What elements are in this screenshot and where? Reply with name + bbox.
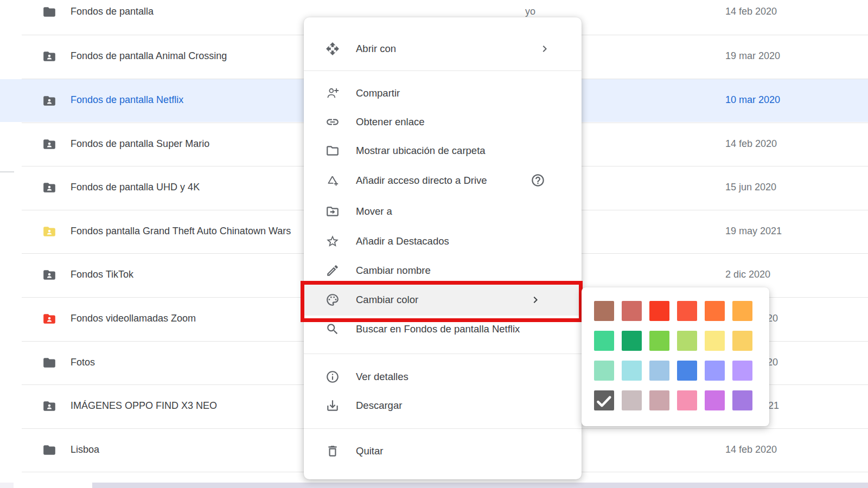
checkmark-icon xyxy=(595,391,613,410)
file-date: 19 mar 2020 xyxy=(725,50,780,62)
color-picker-panel xyxy=(582,287,769,426)
file-name: Fondos TikTok xyxy=(71,269,133,280)
file-name: Fondos de pantalla xyxy=(71,6,154,17)
color-swatch[interactable] xyxy=(705,301,725,321)
color-swatch[interactable] xyxy=(594,390,614,410)
left-edge-tick xyxy=(0,171,14,172)
menu-item-obtener-enlace[interactable]: Obtener enlace xyxy=(304,107,582,137)
shared-folder-icon xyxy=(42,312,56,326)
open-with-icon xyxy=(326,42,340,56)
file-name: Fondos pantalla Grand Theft Auto Chinato… xyxy=(71,226,291,237)
context-menu: Abrir con Compartir Obtener enlace Mostr… xyxy=(304,17,582,479)
submenu-arrow-icon xyxy=(538,42,551,55)
folder-icon xyxy=(42,5,56,19)
star-outline-icon xyxy=(326,234,340,248)
color-swatch[interactable] xyxy=(649,390,669,410)
file-name: Fondos de pantalla Super Mario xyxy=(71,138,209,150)
folder-icon xyxy=(42,443,56,457)
color-swatch[interactable] xyxy=(732,390,752,410)
help-icon[interactable] xyxy=(531,173,545,188)
add-shortcut-to-drive-icon xyxy=(326,174,340,188)
menu-divider xyxy=(304,354,582,354)
menu-item-anadir-acceso-directo[interactable]: Añadir acceso directo a Drive xyxy=(304,166,582,195)
shared-folder-icon xyxy=(42,268,56,282)
color-swatch[interactable] xyxy=(705,331,725,351)
file-date: 2 dic 2020 xyxy=(725,269,770,280)
color-swatch[interactable] xyxy=(732,301,752,321)
bottom-strip xyxy=(14,483,92,488)
menu-item-mover-a[interactable]: Mover a xyxy=(304,197,582,226)
shared-folder-icon xyxy=(42,94,56,108)
color-swatch[interactable] xyxy=(705,361,725,381)
folder-icon xyxy=(42,356,56,370)
color-swatch[interactable] xyxy=(594,331,614,351)
download-icon xyxy=(326,399,340,413)
folder-outline-icon xyxy=(326,144,340,158)
file-date: 19 may 2021 xyxy=(725,226,782,237)
info-icon xyxy=(326,370,340,384)
menu-item-compartir[interactable]: Compartir xyxy=(304,79,582,108)
file-name: IMÁGENES OPPO FIND X3 NEO xyxy=(71,400,217,412)
color-swatch[interactable] xyxy=(732,331,752,351)
file-name: Fondos de pantalla UHD y 4K xyxy=(71,182,200,193)
file-name: Fondos videollamadas Zoom xyxy=(71,313,196,324)
shared-folder-icon xyxy=(42,399,56,413)
color-swatch[interactable] xyxy=(677,301,697,321)
search-icon xyxy=(326,322,340,336)
file-date: 15 jun 2020 xyxy=(725,182,776,193)
shared-folder-icon xyxy=(42,224,56,239)
pencil-icon xyxy=(326,264,340,278)
color-swatch[interactable] xyxy=(677,390,697,410)
color-swatch[interactable] xyxy=(649,301,669,321)
menu-item-abrir-con[interactable]: Abrir con xyxy=(304,34,582,63)
color-swatch[interactable] xyxy=(594,301,614,321)
color-swatch[interactable] xyxy=(594,361,614,381)
file-date: 14 feb 2020 xyxy=(725,138,777,150)
file-name: Lisboa xyxy=(71,444,99,455)
bottom-strip xyxy=(0,483,14,488)
file-date: 10 mar 2020 xyxy=(725,94,780,106)
shared-folder-icon xyxy=(42,181,56,195)
menu-item-destacados[interactable]: Añadir a Destacados xyxy=(304,227,582,256)
file-date: 14 feb 2020 xyxy=(725,444,777,455)
person-add-icon xyxy=(326,86,340,100)
color-swatch[interactable] xyxy=(649,361,669,381)
file-name: Fondos de pantalla Animal Crossing xyxy=(71,50,227,62)
color-grid xyxy=(582,287,769,426)
color-swatch[interactable] xyxy=(622,361,642,381)
menu-item-ver-detalles[interactable]: Ver detalles xyxy=(304,362,582,391)
menu-divider xyxy=(304,70,582,71)
menu-item-mostrar-ubicacion[interactable]: Mostrar ubicación de carpeta xyxy=(304,136,582,165)
color-swatch[interactable] xyxy=(705,390,725,410)
color-swatch[interactable] xyxy=(677,361,697,381)
file-date: 14 feb 2020 xyxy=(725,6,777,17)
color-swatch[interactable] xyxy=(622,301,642,321)
annotation-highlight-box xyxy=(301,281,583,322)
shared-folder-icon xyxy=(42,49,56,63)
file-name: Fotos xyxy=(71,357,95,368)
color-swatch[interactable] xyxy=(622,331,642,351)
shared-folder-icon xyxy=(42,137,56,151)
menu-item-descargar[interactable]: Descargar xyxy=(304,391,582,420)
move-to-folder-icon xyxy=(326,204,340,219)
owner-label: yo xyxy=(525,6,535,17)
menu-item-quitar[interactable]: Quitar xyxy=(304,436,582,466)
color-swatch[interactable] xyxy=(649,331,669,351)
file-name: Fondos de pantalla Netflix xyxy=(71,94,183,106)
trash-icon xyxy=(326,444,340,458)
color-swatch[interactable] xyxy=(732,361,752,381)
menu-divider xyxy=(304,428,582,429)
color-swatch[interactable] xyxy=(622,390,642,410)
bottom-strip xyxy=(92,483,868,488)
link-icon xyxy=(326,115,340,129)
color-swatch[interactable] xyxy=(677,331,697,351)
